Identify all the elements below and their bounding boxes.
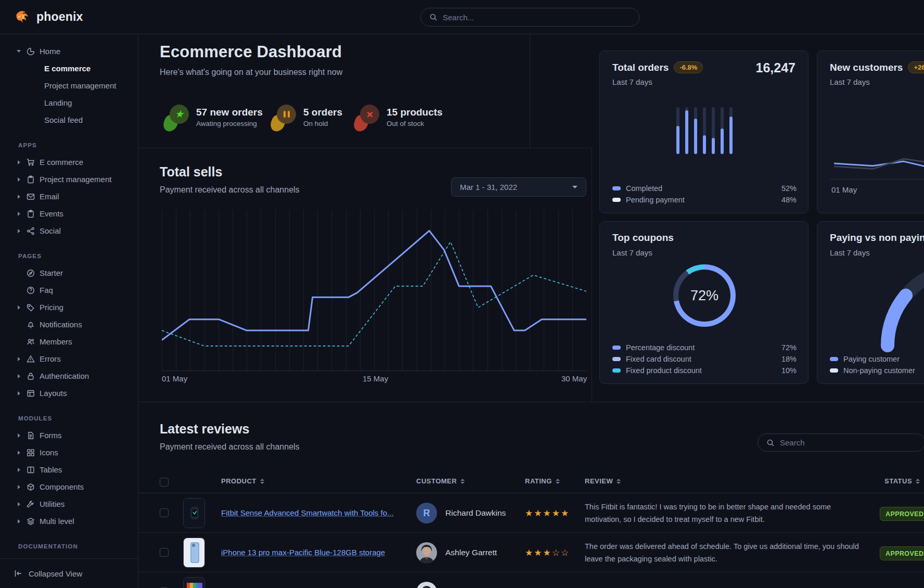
select-all-checkbox[interactable]: [160, 478, 169, 487]
card-period: Last 7 days: [612, 78, 652, 86]
reviews-subtitle: Payment received across all channels: [160, 442, 300, 452]
legend-row: Percentage discount72%: [612, 342, 797, 353]
x-axis-label: 30 May: [561, 374, 587, 383]
reviews-search[interactable]: [758, 433, 924, 452]
sidebar-item-label: Pricing: [40, 303, 63, 312]
collapsed-view-toggle[interactable]: Collapsed View: [0, 558, 138, 588]
sidebar-section-title: PAGES: [0, 247, 134, 264]
product-link[interactable]: Fitbit Sense Advanced Smartwatch with To…: [221, 508, 394, 517]
wrench-icon: [27, 500, 35, 508]
sidebar-item-label: Components: [40, 482, 84, 491]
legend-swatch: [612, 186, 621, 190]
sidebar-item-e-commerce[interactable]: E commerce: [0, 154, 134, 171]
reviews-search-input[interactable]: [780, 438, 916, 447]
avatar: [416, 542, 437, 563]
legend-value: 72%: [781, 343, 797, 352]
sidebar-item-social[interactable]: Social: [0, 222, 134, 239]
sidebar-item-errors[interactable]: Errors: [0, 350, 134, 367]
coupons-donut-chart: 72%: [673, 264, 736, 327]
sidebar-subitem-social-feed[interactable]: Social feed: [0, 111, 134, 129]
brand-logo[interactable]: phoenix: [14, 8, 83, 25]
sidebar-item-notifications[interactable]: Notifications: [0, 316, 134, 333]
paying-legend: Paying customerNon-paying customer: [830, 353, 924, 376]
sidebar-item-components[interactable]: Components: [0, 478, 134, 495]
sidebar-item-tables[interactable]: Tables: [0, 461, 134, 478]
sells-section-top-divider: [138, 148, 592, 148]
total-orders-card: Total orders -6.8% Last 7 days 16,247 Co…: [599, 50, 808, 213]
stacked-bar: [712, 107, 715, 154]
change-badge: -6.8%: [674, 61, 703, 73]
stat-out-of-stock: × 15 products Out of stock: [355, 107, 443, 130]
global-search-input[interactable]: [443, 13, 631, 22]
stat-label: 5 orders: [303, 107, 342, 118]
x-axis-label: 01 May: [831, 185, 857, 194]
legend-label: Completed: [626, 184, 662, 193]
caret-right-icon: [16, 468, 22, 472]
pause-badge-icon: [272, 107, 295, 130]
sidebar-section-title: MODULES: [0, 410, 134, 427]
row-checkbox[interactable]: [160, 508, 169, 517]
sidebar-item-project-management[interactable]: Project management: [0, 171, 134, 188]
sidebar-item-multi-level[interactable]: Multi level: [0, 513, 134, 530]
reviews-tbody: Fitbit Sense Advanced Smartwatch with To…: [138, 493, 924, 588]
change-badge: +26.5%: [908, 61, 924, 73]
stacked-bar: [729, 107, 733, 154]
sidebar-subitem-landing[interactable]: Landing: [0, 94, 134, 111]
review-text: This Fitbit is fantastic! I was trying t…: [585, 501, 866, 526]
column-header-status[interactable]: STATUS: [884, 477, 920, 485]
sidebar-item-icons[interactable]: Icons: [0, 444, 134, 461]
legend-swatch: [612, 346, 621, 350]
sidebar-item-forms[interactable]: Forms: [0, 427, 134, 444]
total-orders-value: 16,247: [756, 60, 795, 75]
stat-sub: On hold: [303, 120, 342, 127]
sidebar-item-home[interactable]: Home: [0, 43, 134, 60]
row-checkbox[interactable]: [160, 548, 169, 557]
reviews-table: PRODUCT CUSTOMER RATING REVIEW STATUS Fi…: [138, 471, 924, 588]
caret-right-icon: [16, 433, 22, 438]
envelope-icon: [27, 193, 35, 201]
legend-label: Percentage discount: [626, 343, 695, 352]
date-range-select[interactable]: Mar 1 - 31, 2022: [451, 177, 586, 197]
global-search[interactable]: [420, 8, 639, 27]
box-icon: [27, 483, 35, 491]
clipboard-icon: [27, 210, 35, 218]
card-title: New customers: [830, 62, 903, 73]
search-icon: [766, 439, 775, 447]
new-customers-card: New customers +26.5% Last 7 days 01 May: [817, 50, 924, 213]
table-row: iPhone 13 pro max-Pacific Blue-128GB sto…: [138, 533, 924, 572]
sidebar-item-starter[interactable]: Starter: [0, 264, 134, 282]
card-period: Last 7 days: [830, 78, 870, 86]
sidebar-item-layouts[interactable]: Layouts: [0, 385, 134, 402]
sidebar-item-label: Project management: [40, 175, 111, 184]
collapsed-view-label: Collapsed View: [29, 569, 82, 578]
sidebar-item-label: Authentication: [40, 372, 89, 380]
new-customers-sparkline: [830, 129, 924, 180]
sidebar-subitem-project-management[interactable]: Project management: [0, 77, 134, 94]
sidebar-item-email[interactable]: Email: [0, 188, 134, 205]
product-image-color-stripes: [183, 577, 205, 588]
customer-name: Richard Dawkins: [445, 508, 506, 518]
sidebar-item-utilities[interactable]: Utilities: [0, 495, 134, 513]
sidebar-item-label: Notifications: [40, 320, 82, 329]
sort-icon: [460, 479, 465, 484]
paying-card: Paying vs non paying Last 7 days Paying …: [817, 221, 924, 384]
sidebar-item-pricing[interactable]: Pricing: [0, 299, 134, 316]
product-link[interactable]: iPhone 13 pro max-Pacific Blue-128GB sto…: [221, 548, 385, 557]
legend-swatch: [612, 198, 621, 202]
sidebar-subitem-e-commerce[interactable]: E commerce: [0, 60, 134, 77]
column-header-customer[interactable]: CUSTOMER: [416, 477, 465, 485]
legend-value: 48%: [781, 196, 797, 204]
reviews-table-header: PRODUCT CUSTOMER RATING REVIEW STATUS: [138, 471, 924, 493]
rating-stars: ★★★★★: [525, 508, 570, 519]
sidebar-item-events[interactable]: Events: [0, 205, 134, 222]
column-header-review[interactable]: REVIEW: [585, 477, 621, 485]
users-icon: [27, 338, 35, 346]
stat-sub: Awating processing: [196, 120, 263, 127]
sidebar-item-members[interactable]: Members: [0, 333, 134, 350]
sidebar-item-authentication[interactable]: Authentication: [0, 367, 134, 385]
column-header-rating[interactable]: RATING: [525, 477, 560, 485]
sidebar-item-faq[interactable]: Faq: [0, 282, 134, 299]
caret-right-icon: [16, 177, 22, 182]
column-header-product[interactable]: PRODUCT: [221, 477, 264, 485]
star-badge-icon: ★: [165, 107, 188, 130]
